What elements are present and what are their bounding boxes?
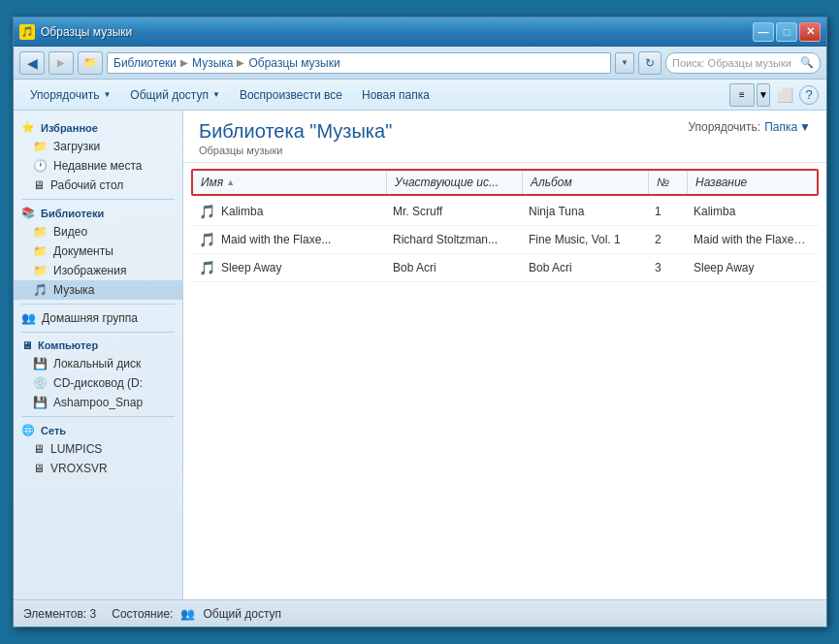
close-button[interactable]: ✕ <box>799 22 821 42</box>
file-artist-0: Mr. Scruff <box>385 201 521 222</box>
file-album-1: Fine Music, Vol. 1 <box>521 229 647 250</box>
desktop-icon: 🖥 <box>33 178 45 192</box>
organize-button[interactable]: Упорядочить ▼ <box>21 83 119 107</box>
file-title-2: Sleep Away <box>686 257 819 278</box>
sidebar-item-ashampoo[interactable]: 💾 Ashampoo_Snap <box>14 393 182 412</box>
sidebar-item-downloads[interactable]: 📁 Загрузки <box>14 137 182 156</box>
path-samples[interactable]: Образцы музыки <box>248 56 339 70</box>
col-header-number[interactable]: № <box>649 171 688 194</box>
sort-value[interactable]: Папка ▼ <box>764 120 811 134</box>
minimize-button[interactable]: — <box>753 22 774 42</box>
sidebar-item-favorites-header: ⭐ Избранное <box>14 118 182 137</box>
help-button[interactable]: ? <box>799 85 819 105</box>
view-icon: ≡ <box>739 89 745 100</box>
col-header-album[interactable]: Альбом <box>523 171 649 194</box>
sidebar-item-vroxsvr[interactable]: 🖥 VROXSVR <box>14 459 182 478</box>
sidebar-item-documents[interactable]: 📁 Документы <box>14 242 182 261</box>
cd-icon: 💿 <box>33 376 48 390</box>
view-button[interactable]: ≡ <box>729 83 755 107</box>
path-sep-2: ▶ <box>237 57 244 68</box>
path-music[interactable]: Музыка <box>192 56 233 70</box>
maximize-button[interactable]: □ <box>776 22 797 42</box>
file-artist-2: Bob Acri <box>385 257 521 278</box>
sidebar-item-images[interactable]: 📁 Изображения <box>14 261 182 280</box>
sort-control: Упорядочить: Папка ▼ <box>688 120 811 134</box>
col-header-title[interactable]: Название <box>688 171 817 194</box>
col-artist-label: Участвующие ис... <box>395 176 499 189</box>
star-icon: ⭐ <box>21 121 35 134</box>
file-icon-1: 🎵 <box>199 232 215 247</box>
sidebar-item-cd[interactable]: 💿 CD-дисковод (D: <box>14 373 182 393</box>
col-name-label: Имя <box>201 176 223 189</box>
homegroup-label: Домашняя группа <box>42 311 138 325</box>
view-dropdown[interactable]: ▼ <box>757 83 770 107</box>
share-label: Общий доступ <box>130 88 209 102</box>
col-header-artist[interactable]: Участвующие ис... <box>387 171 523 194</box>
back-button[interactable]: ◀ <box>19 51 45 75</box>
new-folder-label: Новая папка <box>362 88 430 102</box>
homegroup-icon: 👥 <box>21 311 36 325</box>
sidebar-item-libraries-header: 📚 Библиотеки <box>14 204 182 222</box>
sort-value-text: Папка <box>764 120 797 134</box>
vroxsvr-label: VROXSVR <box>50 462 108 475</box>
file-row-2[interactable]: 🎵 Sleep Away Bob Acri Bob Acri 3 Sleep A… <box>191 254 819 282</box>
network-icon: 🌐 <box>21 424 35 436</box>
col-title-label: Название <box>695 176 747 189</box>
window-title: Образцы музыки <box>41 25 132 39</box>
right-panel: Библиотека "Музыка" Образцы музыки Упоря… <box>183 111 826 599</box>
sidebar-item-homegroup[interactable]: 👥 Домашняя группа <box>14 308 182 328</box>
sidebar-item-recent[interactable]: 🕐 Недавние места <box>14 156 182 176</box>
organize-arrow: ▼ <box>103 90 111 99</box>
music-label: Музыка <box>53 283 94 297</box>
share-arrow: ▼ <box>212 90 220 99</box>
sidebar-item-desktop[interactable]: 🖥 Рабочий стол <box>14 176 182 195</box>
search-box[interactable]: Поиск: Образцы музыки 🔍 <box>665 52 821 74</box>
refresh-button[interactable]: ↻ <box>638 51 662 75</box>
network-label: Сеть <box>41 425 66 436</box>
organize-label: Упорядочить <box>30 88 99 102</box>
window-icon: 🎵 <box>19 24 35 40</box>
play-all-button[interactable]: Воспроизвести все <box>231 83 351 107</box>
file-title-1: Maid with the Flaxen H... <box>686 229 819 250</box>
sidebar-item-music[interactable]: 🎵 Музыка <box>14 280 182 300</box>
share-button[interactable]: Общий доступ ▼ <box>121 83 229 107</box>
local-disk-icon: 💾 <box>33 357 48 370</box>
new-folder-button[interactable]: Новая папка <box>353 83 438 107</box>
panel-header: Библиотека "Музыка" Образцы музыки Упоря… <box>183 111 826 163</box>
recent-icon: 🕐 <box>33 159 48 173</box>
items-count: Элементов: 3 <box>23 607 96 621</box>
recent-label: Недавние места <box>53 159 142 173</box>
library-icon: 📚 <box>21 207 35 219</box>
address-dropdown[interactable]: ▼ <box>615 52 634 74</box>
file-album-2: Bob Acri <box>521 257 647 278</box>
file-row-1[interactable]: 🎵 Maid with the Flaxe... Richard Stoltzm… <box>191 226 819 254</box>
pane-button[interactable]: ⬜ <box>772 83 797 107</box>
file-artist-1: Richard Stoltzman... <box>385 229 521 250</box>
search-placeholder: Поиск: Образцы музыки <box>672 57 796 69</box>
play-all-label: Воспроизвести все <box>240 88 342 102</box>
sort-label: Упорядочить: <box>688 120 760 134</box>
sidebar-item-local-disk[interactable]: 💾 Локальный диск <box>14 354 182 373</box>
divider-3 <box>21 332 175 333</box>
statusbar: Элементов: 3 Состояние: 👥 Общий доступ <box>14 599 826 627</box>
network-section: 🌐 Сеть 🖥 LUMPICS 🖥 VROXSVR <box>14 421 182 478</box>
ashampoo-icon: 💾 <box>33 396 48 409</box>
col-name-sort: ▲ <box>226 177 235 187</box>
file-icon-0: 🎵 <box>199 204 215 219</box>
computer-icon: 🖥 <box>21 339 32 351</box>
column-headers: Имя ▲ Участвующие ис... Альбом № Названи… <box>191 169 819 196</box>
address-path[interactable]: Библиотеки ▶ Музыка ▶ Образцы музыки <box>107 52 611 74</box>
sort-arrow-icon: ▼ <box>799 120 811 134</box>
sidebar-item-lumpics[interactable]: 🖥 LUMPICS <box>14 439 182 459</box>
favorites-section: ⭐ Избранное 📁 Загрузки 🕐 Недавние места … <box>14 118 182 195</box>
search-icon: 🔍 <box>800 56 814 69</box>
col-header-name[interactable]: Имя ▲ <box>193 171 387 194</box>
share-status-icon: 👥 <box>180 607 195 621</box>
file-row-0[interactable]: 🎵 Kalimba Mr. Scruff Ninja Tuna 1 Kalimb… <box>191 198 819 226</box>
sidebar-item-video[interactable]: 📁 Видео <box>14 222 182 242</box>
path-libraries[interactable]: Библиотеки <box>113 56 177 70</box>
documents-label: Документы <box>53 244 113 258</box>
file-name-0: 🎵 Kalimba <box>191 200 385 223</box>
up-button[interactable]: 📁 <box>78 51 103 75</box>
forward-button[interactable]: ▶ <box>48 51 74 75</box>
